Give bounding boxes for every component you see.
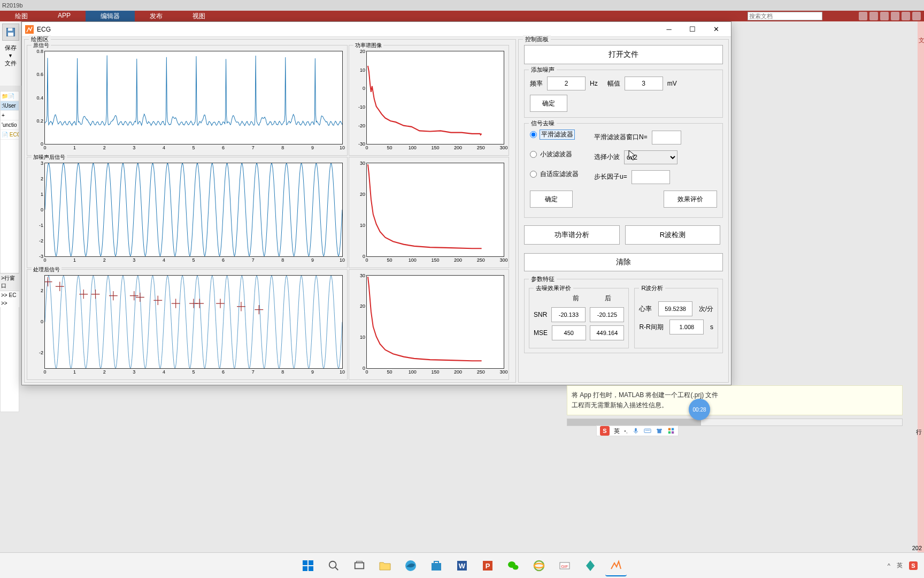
- freq-unit: Hz: [590, 80, 598, 87]
- evaluate-button[interactable]: 效果评价: [664, 191, 717, 208]
- subplot-psd-processed: 3020100 050100150200250300: [349, 269, 509, 380]
- svg-rect-48: [432, 563, 441, 571]
- file-navigator[interactable]: 📁📄 :\User + 'unctio 📄 ECG: [0, 91, 19, 412]
- svg-rect-39: [303, 560, 307, 565]
- sogou-icon[interactable]: S: [600, 426, 610, 436]
- help-text: 将 App 打包时，MATLAB 将创建一个工程(.prj) 文件 工程而无需重…: [567, 385, 903, 415]
- mse-after: 449.164: [590, 325, 624, 340]
- ribbon-tab-view[interactable]: 视图: [178, 11, 220, 21]
- svg-text:GIF: GIF: [561, 564, 568, 569]
- svg-rect-1: [8, 28, 12, 31]
- right-sidebar: 文: [918, 21, 924, 552]
- minimize-button[interactable]: ─: [657, 22, 681, 37]
- subplot-noisy: 加噪声后信号 3210-1-2-3 012345678910: [27, 157, 348, 268]
- snr-before: -20.133: [551, 307, 586, 322]
- start-button[interactable]: [297, 555, 319, 576]
- maximize-button[interactable]: ☐: [681, 22, 704, 37]
- app-icon[interactable]: [580, 555, 601, 576]
- psd-analysis-button[interactable]: 功率谱分析: [524, 225, 620, 245]
- save-button[interactable]: [2, 24, 19, 41]
- clear-button[interactable]: 清除: [524, 253, 723, 271]
- store-icon[interactable]: [426, 555, 447, 576]
- close-button[interactable]: ✕: [704, 22, 728, 37]
- timer-badge: 00:28: [689, 399, 710, 420]
- ribbon-tab-editor[interactable]: 编辑器: [86, 11, 135, 21]
- cursor-icon: [628, 150, 637, 162]
- subplot-psd-original: 功率谱图像 20100-10-20-30 050100150200250300: [349, 45, 509, 156]
- doc-search-input[interactable]: [748, 12, 822, 20]
- toolbar-icon[interactable]: [891, 12, 899, 20]
- save-icon: [5, 27, 16, 37]
- open-file-button[interactable]: 打开文件: [524, 45, 723, 64]
- taskview-button[interactable]: [349, 555, 370, 576]
- mic-icon[interactable]: [632, 427, 640, 435]
- svg-point-56: [534, 564, 544, 568]
- edge-icon[interactable]: [400, 555, 421, 576]
- wechat-icon[interactable]: [503, 555, 524, 576]
- svg-rect-45: [355, 562, 364, 568]
- explorer-icon[interactable]: [374, 555, 396, 576]
- freq-input[interactable]: [547, 77, 586, 90]
- plot-region: 绘图区 原信号 0 0.2 0.4 0.6 0.8 012345678910: [24, 39, 516, 383]
- left-toolbar: 保存 ▼ 文件: [0, 21, 21, 86]
- step-input[interactable]: [632, 170, 670, 184]
- h-scrollbar[interactable]: [567, 419, 903, 426]
- shirt-icon[interactable]: [656, 427, 663, 435]
- toolbar-icon[interactable]: [902, 12, 910, 20]
- snr-after: -20.125: [590, 307, 624, 322]
- svg-text:S: S: [911, 562, 915, 569]
- svg-rect-40: [309, 560, 313, 565]
- noise-group: 添加噪声 频率 Hz 幅值 mV 确定: [524, 70, 723, 118]
- help-icon[interactable]: [912, 12, 921, 20]
- filter-smooth-radio[interactable]: 平滑滤波器: [530, 130, 594, 139]
- word-icon[interactable]: W: [451, 555, 473, 576]
- amp-unit: mV: [667, 80, 677, 87]
- denoise-group: 信号去噪 平滑滤波器 平滑滤波器窗口N= 小波滤波器 选择小波db2 自适应滤波…: [524, 123, 723, 218]
- freq-label: 频率: [530, 79, 543, 88]
- amp-input[interactable]: [625, 77, 663, 90]
- svg-rect-32: [635, 428, 637, 432]
- subplot-processed: 处理后信号 20-2 012345678910: [27, 269, 348, 380]
- ecg-window: ECG ─ ☐ ✕ 绘图区 原信号 0 0.2 0.4 0.6 0.8 0123…: [21, 21, 732, 385]
- denoise-confirm-button[interactable]: 确定: [530, 191, 573, 208]
- filter-adaptive-radio[interactable]: 自适应滤波器: [530, 170, 594, 179]
- svg-rect-37: [668, 431, 671, 434]
- toolbar-icon[interactable]: [859, 12, 867, 20]
- tray-expand-icon[interactable]: ^: [888, 562, 890, 569]
- subplot-psd-noisy: 3020100 050100150200250300: [349, 157, 509, 268]
- taskbar[interactable]: W P GIF ^ 英 S: [0, 552, 924, 578]
- matlab-taskbar-icon[interactable]: [605, 555, 627, 576]
- ribbon-tab-publish[interactable]: 发布: [135, 11, 178, 21]
- smooth-n-input[interactable]: [652, 131, 681, 144]
- filter-wavelet-radio[interactable]: 小波滤波器: [530, 150, 594, 159]
- noise-confirm-button[interactable]: 确定: [530, 95, 567, 112]
- svg-rect-33: [644, 429, 651, 433]
- toolbar-icon[interactable]: [880, 12, 889, 20]
- system-tray[interactable]: ^ 英 S: [888, 561, 918, 570]
- search-button[interactable]: [323, 555, 344, 576]
- ime-toolbar[interactable]: S 英 •,: [596, 425, 679, 436]
- svg-text:W: W: [459, 562, 466, 570]
- ecg-titlebar[interactable]: ECG ─ ☐ ✕: [22, 22, 731, 37]
- gif-icon[interactable]: GIF: [554, 555, 575, 576]
- toolbar-icon[interactable]: [869, 12, 878, 20]
- browser-icon[interactable]: [528, 555, 550, 576]
- sogou-tray-icon[interactable]: S: [909, 561, 918, 570]
- svg-line-44: [335, 567, 338, 570]
- svg-rect-2: [8, 33, 13, 36]
- ppt-icon[interactable]: P: [477, 555, 498, 576]
- svg-rect-41: [303, 566, 307, 571]
- save-label: 保存: [0, 43, 21, 53]
- r-detect-button[interactable]: R波检测: [625, 225, 721, 245]
- subplot-original: 原信号 0 0.2 0.4 0.6 0.8 012345678910: [27, 45, 348, 156]
- file-label: 文件: [0, 58, 21, 69]
- svg-rect-35: [668, 428, 671, 430]
- ribbon-tab-app[interactable]: APP: [43, 11, 86, 21]
- keyboard-icon[interactable]: [644, 427, 651, 435]
- svg-point-55: [534, 561, 544, 571]
- svg-text:P: P: [486, 562, 490, 570]
- window-title: ECG: [37, 26, 657, 33]
- grid-icon[interactable]: [667, 427, 675, 435]
- ribbon-tab-plot[interactable]: 绘图: [0, 11, 43, 21]
- svg-rect-46: [357, 561, 363, 562]
